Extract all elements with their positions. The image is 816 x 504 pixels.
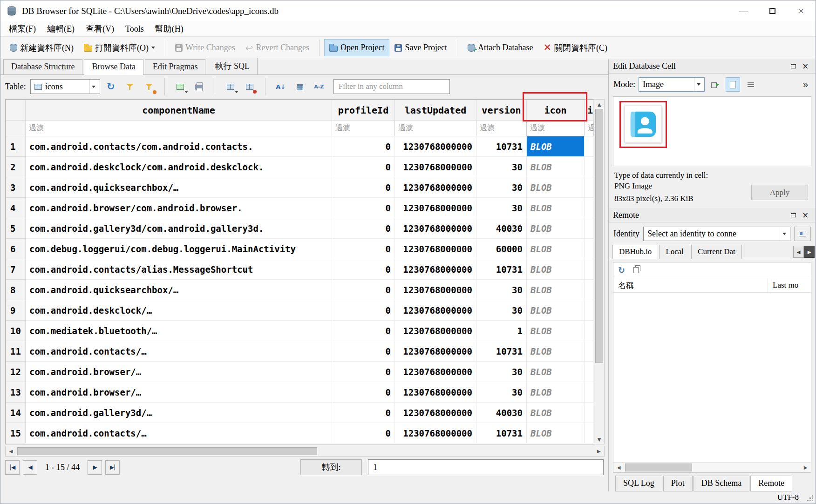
- column-header-version[interactable]: version: [476, 100, 527, 121]
- cell-version[interactable]: 30: [476, 300, 527, 321]
- cell-componentName[interactable]: com.android.browser/com.android.browser.: [26, 198, 332, 218]
- cell-profileId[interactable]: 0: [332, 321, 395, 341]
- cell-componentName[interactable]: com.android.contacts/…: [26, 341, 332, 362]
- cell-lastUpdated[interactable]: 1230768000000: [395, 218, 476, 239]
- scrollbar-track[interactable]: [624, 463, 800, 472]
- cell-componentName[interactable]: com.android.deskclock/…: [26, 300, 332, 321]
- manage-identities-button[interactable]: [794, 227, 811, 241]
- cell-profileId[interactable]: 0: [332, 177, 395, 198]
- new-database-button[interactable]: 新建資料庫(N): [4, 39, 79, 57]
- cell-partial[interactable]: [585, 403, 594, 423]
- cell-componentName[interactable]: com.debug.loggerui/com.debug.loggerui.Ma…: [26, 239, 332, 259]
- row-number[interactable]: 7: [6, 259, 26, 280]
- cell-partial[interactable]: [585, 218, 594, 239]
- remote-column-header-last-mo[interactable]: Last mo: [768, 278, 811, 292]
- identity-select-dropdown[interactable]: [780, 227, 788, 241]
- filter-input-version[interactable]: 過濾: [476, 121, 527, 136]
- cell-partial[interactable]: [585, 239, 594, 259]
- cell-version[interactable]: 1: [476, 321, 527, 341]
- cell-profileId[interactable]: 0: [332, 341, 395, 362]
- next-record-button[interactable]: ▶: [88, 460, 102, 475]
- cell-version[interactable]: 30: [476, 157, 527, 177]
- vertical-scrollbar[interactable]: ▲ ▼: [594, 99, 605, 444]
- dock-tab-sql-log[interactable]: SQL Log: [615, 476, 662, 491]
- cell-icon[interactable]: BLOB: [527, 218, 585, 239]
- row-number[interactable]: 5: [6, 218, 26, 239]
- dock-tab-remote[interactable]: Remote: [750, 476, 792, 491]
- cell-icon[interactable]: BLOB: [527, 423, 585, 444]
- cell-lastUpdated[interactable]: 1230768000000: [395, 382, 476, 403]
- scroll-left-icon[interactable]: ◀: [6, 446, 16, 456]
- float-panel-button[interactable]: [787, 209, 799, 221]
- row-number[interactable]: 15: [6, 423, 26, 444]
- cell-profileId[interactable]: 0: [332, 198, 395, 218]
- cell-icon[interactable]: BLOB: [527, 403, 585, 423]
- cell-icon[interactable]: BLOB: [527, 280, 585, 300]
- cell-profileId[interactable]: 0: [332, 218, 395, 239]
- cell-partial[interactable]: [585, 300, 594, 321]
- cell-componentName[interactable]: com.mediatek.bluetooth/…: [26, 321, 332, 341]
- cell-lastUpdated[interactable]: 1230768000000: [395, 259, 476, 280]
- cell-version[interactable]: 40030: [476, 218, 527, 239]
- first-record-button[interactable]: |◀: [5, 460, 20, 475]
- refresh-button[interactable]: ↻: [102, 78, 119, 95]
- cell-version[interactable]: 10731: [476, 423, 527, 444]
- menu-item-v[interactable]: 查看(V): [80, 22, 120, 36]
- cell-profileId[interactable]: 0: [332, 362, 395, 382]
- clear-filters-button[interactable]: [141, 78, 157, 95]
- cell-componentName[interactable]: com.android.quicksearchbox/…: [26, 280, 332, 300]
- mode-select[interactable]: Image: [639, 77, 705, 92]
- cell-lastUpdated[interactable]: 1230768000000: [395, 403, 476, 423]
- cell-version[interactable]: 30: [476, 198, 527, 218]
- cell-icon[interactable]: BLOB: [527, 321, 585, 341]
- cell-lastUpdated[interactable]: 1230768000000: [395, 239, 476, 259]
- filter-input-profileId[interactable]: 過濾: [332, 121, 395, 136]
- scrollbar-track[interactable]: [594, 109, 604, 435]
- goto-button[interactable]: 轉到:: [300, 459, 362, 475]
- mode-select-dropdown[interactable]: [694, 78, 702, 91]
- cell-lastUpdated[interactable]: 1230768000000: [395, 177, 476, 198]
- filter-input-lastUpdated[interactable]: 過濾: [395, 121, 476, 136]
- tab-scroll-left-button[interactable]: ◀: [793, 246, 804, 258]
- column-header-profileId[interactable]: profileId: [332, 100, 395, 121]
- close-database-button[interactable]: ✕ 關閉資料庫(C): [538, 39, 612, 57]
- close-button[interactable]: ×: [787, 0, 816, 21]
- cell-version[interactable]: 10731: [476, 341, 527, 362]
- scrollbar-thumb[interactable]: [625, 464, 692, 471]
- cell-lastUpdated[interactable]: 1230768000000: [395, 157, 476, 177]
- filter-input-icon[interactable]: 過濾: [527, 121, 585, 136]
- scroll-right-icon[interactable]: ▶: [800, 463, 811, 472]
- menu-item-e[interactable]: 編輯(E): [41, 22, 80, 36]
- row-number[interactable]: 14: [6, 403, 26, 423]
- open-project-button[interactable]: Open Project: [324, 39, 389, 56]
- row-number[interactable]: 8: [6, 280, 26, 300]
- identity-select[interactable]: Select an identity to conne: [643, 227, 790, 241]
- save-project-button[interactable]: Save Project: [389, 39, 452, 56]
- column-header-componentName[interactable]: componentName: [26, 100, 332, 121]
- filter-button[interactable]: [122, 78, 138, 95]
- cell-version[interactable]: 30: [476, 382, 527, 403]
- cell-profileId[interactable]: 0: [332, 403, 395, 423]
- clone-icon[interactable]: [633, 267, 639, 273]
- last-record-button[interactable]: ▶|: [105, 460, 120, 475]
- table-select[interactable]: icons: [30, 79, 100, 94]
- float-panel-button[interactable]: [787, 60, 799, 72]
- cell-icon[interactable]: BLOB: [527, 239, 585, 259]
- cell-componentName[interactable]: com.android.deskclock/com.android.deskcl…: [26, 157, 332, 177]
- sort-button[interactable]: A↓: [272, 78, 289, 95]
- insert-record-button[interactable]: [222, 78, 239, 95]
- print-button[interactable]: [191, 78, 208, 95]
- cell-version[interactable]: 60000: [476, 239, 527, 259]
- cell-lastUpdated[interactable]: 1230768000000: [395, 341, 476, 362]
- revert-changes-button[interactable]: ↩ Revert Changes: [240, 39, 314, 57]
- cell-icon[interactable]: BLOB: [527, 382, 585, 403]
- panel-overflow-button[interactable]: »: [800, 79, 811, 90]
- scroll-right-icon[interactable]: ▶: [593, 446, 604, 456]
- row-number[interactable]: 10: [6, 321, 26, 341]
- cell-componentName[interactable]: com.android.gallery3d/com.android.galler…: [26, 218, 332, 239]
- cell-icon[interactable]: BLOB: [527, 136, 585, 157]
- scroll-up-icon[interactable]: ▲: [594, 100, 604, 109]
- import-export-button[interactable]: [708, 77, 722, 92]
- remote-tab-local[interactable]: Local: [659, 245, 690, 259]
- open-database-dropdown-icon[interactable]: [151, 47, 155, 49]
